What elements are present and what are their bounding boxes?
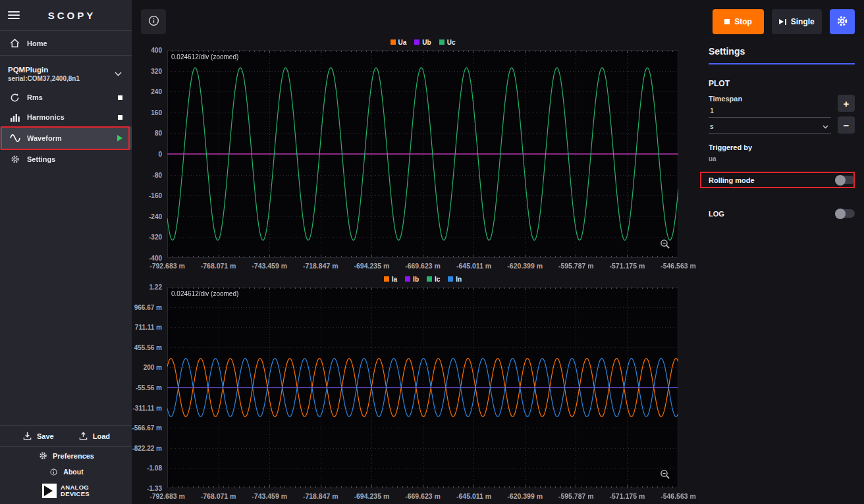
- save-button[interactable]: Save: [22, 432, 54, 440]
- y-tick-label: -320: [149, 234, 162, 241]
- chevron-down-icon[interactable]: [113, 72, 124, 76]
- about-button[interactable]: About: [0, 465, 132, 479]
- y-tick-label: 1.22: [149, 284, 162, 291]
- voltage-chart-legend: UaUbUc: [167, 37, 678, 47]
- hamburger-menu-icon[interactable]: [8, 9, 20, 21]
- y-tick-label: 80: [155, 130, 162, 137]
- plugin-text: PQMPlugin serial:COM37,2400,8n1: [8, 66, 80, 82]
- stop-label: Stop: [734, 17, 752, 26]
- x-tick-label: -718.847 m: [303, 492, 338, 500]
- chevron-down-icon: [823, 122, 828, 130]
- sidebar-item-harmonics[interactable]: Harmonics: [0, 107, 132, 127]
- stop-button[interactable]: Stop: [713, 9, 764, 34]
- save-download-icon: [22, 432, 33, 440]
- main-area: Stop Single UaUbUc 400320240160800-80-16…: [132, 0, 864, 504]
- x-tick-label: -595.787 m: [558, 262, 594, 270]
- y-tick-label: -1.08: [147, 465, 162, 472]
- single-button[interactable]: Single: [772, 9, 822, 34]
- plot-settings-button[interactable]: [830, 9, 855, 34]
- plugin-name: PQMPlugin: [8, 66, 80, 74]
- legend-swatch-icon: [439, 39, 445, 45]
- legend-item-Ib[interactable]: Ib: [405, 276, 419, 283]
- sidebar-plugin-header[interactable]: PQMPlugin serial:COM37,2400,8n1: [0, 60, 132, 88]
- y-tick-label: -1.33: [147, 485, 162, 492]
- home-label: Home: [27, 39, 47, 47]
- x-tick-label: -792.683 m: [149, 262, 185, 270]
- single-label: Single: [791, 17, 815, 26]
- legend-item-Ub[interactable]: Ub: [414, 39, 431, 46]
- current-waveform-canvas[interactable]: [167, 287, 678, 488]
- current-y-axis: 1.22966.67 m711.11 m455.56 m200 m-55.56 …: [136, 287, 165, 488]
- voltage-y-axis: 400320240160800-80-160-240-320-400: [136, 50, 165, 258]
- sidebar-item-rms[interactable]: Rms: [0, 88, 132, 107]
- home-icon: [9, 38, 20, 48]
- preferences-gear-icon: [38, 451, 49, 460]
- y-tick-label: -822.22 m: [132, 444, 162, 451]
- y-tick-label: 400: [151, 47, 162, 54]
- legend-item-In[interactable]: In: [448, 276, 462, 283]
- voltage-plot-area[interactable]: 0.024612/div (zoomed): [167, 50, 678, 258]
- legend-label: Ia: [392, 276, 397, 283]
- x-tick-label: -792.683 m: [149, 492, 185, 500]
- info-icon: [148, 15, 159, 28]
- y-tick-label: 320: [151, 67, 162, 74]
- sidebar-item-waveform[interactable]: Waveform: [0, 127, 132, 149]
- y-tick-label: 240: [151, 88, 162, 95]
- x-tick-label: -645.011 m: [456, 262, 491, 270]
- sidebar-item-home[interactable]: Home: [0, 31, 132, 56]
- timespan-decrement-button[interactable]: −: [838, 116, 855, 134]
- harmonics-icon: [9, 113, 20, 122]
- y-tick-label: 200 m: [144, 364, 162, 371]
- triggered-by-value[interactable]: ua: [709, 155, 855, 164]
- current-zoom-scale-label: 0.024612/div (zoomed): [171, 290, 238, 297]
- voltage-chart: UaUbUc 400320240160800-80-160-240-320-40…: [136, 37, 697, 274]
- y-tick-label: -400: [149, 255, 162, 262]
- y-tick-label: -311.11 m: [133, 404, 162, 411]
- load-button[interactable]: Load: [78, 432, 110, 440]
- toggle-knob: [835, 175, 846, 186]
- acquisition-controls: Stop Single: [713, 9, 855, 34]
- x-tick-label: -669.623 m: [405, 262, 441, 270]
- x-tick-label: -571.175 m: [610, 492, 645, 500]
- settings-panel: Settings PLOT Timespan 1 s: [699, 37, 864, 504]
- y-tick-label: 711.11 m: [135, 324, 162, 331]
- settings-gear-icon: [9, 155, 20, 164]
- scopy-logo: SCOPY: [20, 10, 124, 21]
- rolling-mode-label: Rolling mode: [709, 176, 755, 184]
- harmonics-stop-indicator-icon[interactable]: [118, 115, 122, 120]
- sidebar-item-settings[interactable]: Settings: [0, 149, 132, 169]
- zoom-out-icon[interactable]: [660, 469, 670, 480]
- legend-swatch-icon: [427, 276, 432, 282]
- legend-label: Ua: [398, 39, 407, 46]
- rms-icon: [9, 93, 20, 103]
- timespan-increment-button[interactable]: +: [838, 95, 855, 112]
- rms-label: Rms: [27, 93, 43, 101]
- analog-devices-logo: ANALOG DEVICES: [0, 479, 132, 504]
- legend-label: Uc: [447, 39, 456, 46]
- legend-item-Uc[interactable]: Uc: [439, 39, 456, 46]
- x-tick-label: -694.235 m: [354, 262, 390, 270]
- preferences-label: Preferences: [53, 452, 94, 460]
- legend-item-Ia[interactable]: Ia: [384, 276, 397, 283]
- settings-title-underline: [709, 63, 855, 64]
- legend-item-Ic[interactable]: Ic: [427, 276, 440, 283]
- running-play-icon[interactable]: [117, 135, 122, 141]
- voltage-waveform-canvas[interactable]: [167, 50, 678, 258]
- voltage-zoom-scale-label: 0.024612/div (zoomed): [171, 53, 238, 61]
- log-toggle[interactable]: [835, 209, 855, 218]
- y-tick-label: 455.56 m: [134, 343, 162, 351]
- y-tick-label: -566.67 m: [132, 424, 162, 432]
- info-button[interactable]: [141, 9, 166, 34]
- timespan-unit-select[interactable]: s: [709, 118, 831, 134]
- legend-item-Ua[interactable]: Ua: [391, 39, 407, 46]
- x-tick-label: -768.071 m: [201, 492, 236, 500]
- sidebar-header: SCOPY: [0, 0, 132, 31]
- timespan-input[interactable]: 1: [709, 103, 831, 118]
- log-row: LOG: [709, 209, 855, 218]
- preferences-button[interactable]: Preferences: [0, 446, 132, 465]
- rolling-mode-toggle[interactable]: [835, 176, 855, 184]
- voltage-x-axis: -792.683 m-768.071 m-743.459 m-718.847 m…: [167, 261, 678, 271]
- current-plot-area[interactable]: 0.024612/div (zoomed): [167, 287, 678, 488]
- rms-stop-indicator-icon[interactable]: [118, 95, 122, 100]
- zoom-out-icon[interactable]: [660, 239, 670, 249]
